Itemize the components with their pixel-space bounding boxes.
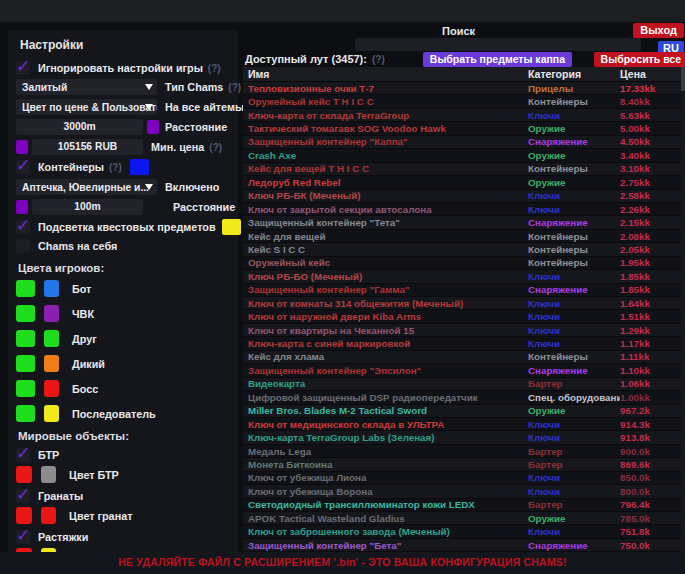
item-price: 5.63kk: [620, 110, 675, 121]
table-row[interactable]: Кейс для вещей Контейнеры 2.08kk: [243, 230, 685, 243]
bot-color1-swatch[interactable]: [16, 280, 35, 297]
tripwires-checkbox[interactable]: [16, 530, 30, 544]
column-header-price[interactable]: Цена: [620, 68, 675, 80]
bot-color2-swatch[interactable]: [44, 280, 59, 297]
color-mode-select[interactable]: Цвет по цене & Пользователь: [16, 99, 157, 115]
table-row[interactable]: Ключ от медицинского склада в УЛЬТРА Клю…: [243, 418, 685, 431]
item-price: 2.08kk: [620, 231, 675, 242]
item-category: Снаряжение: [528, 284, 620, 295]
quest-highlight-row: Подсветка квестовых предметов: [16, 219, 230, 235]
follower-color1-swatch[interactable]: [16, 405, 35, 422]
table-row[interactable]: Ключ от квартиры на Чеканной 15 Ключи 1.…: [243, 324, 685, 337]
table-row[interactable]: Оружейный кейс Контейнеры 1.95kk: [243, 257, 685, 270]
table-row[interactable]: Защищенный контейнер "Каппа" Снаряжение …: [243, 136, 685, 149]
chams-self-checkbox[interactable]: [16, 239, 30, 253]
ignore-game-settings-checkbox[interactable]: [16, 61, 30, 75]
table-row[interactable]: Цифровой защищенный DSP радиопередатчик …: [243, 391, 685, 404]
item-name: Защищенный контейнер "Бета": [243, 540, 528, 551]
pmc-color2-swatch[interactable]: [44, 305, 59, 322]
pmc-color1-swatch[interactable]: [16, 305, 35, 322]
item-name: Защищенный контейнер "Эпсилон": [243, 365, 528, 376]
table-row[interactable]: Ключ от убежища Лиона Ключи 850.0k: [243, 472, 685, 485]
settings-panel: Настройки Игнорировать настройки игры (?…: [8, 30, 238, 552]
table-row[interactable]: Ключ-карта TerraGroup Labs (Зеленая) Клю…: [243, 431, 685, 444]
boss-color2-swatch[interactable]: [44, 380, 59, 397]
search-input[interactable]: [355, 38, 641, 51]
friend-color2-swatch[interactable]: [44, 330, 59, 347]
search-label: Поиск: [442, 25, 475, 37]
quest-highlight-color-swatch[interactable]: [222, 219, 241, 235]
table-row[interactable]: Защищенный контейнер "Тета" Снаряжение 2…: [243, 216, 685, 229]
table-row[interactable]: Защищенный контейнер "Гамма" Снаряжение …: [243, 284, 685, 297]
table-row[interactable]: Тактический томагавк SOG Voodoo Hawk Ору…: [243, 122, 685, 135]
table-row[interactable]: Ключ от комнаты 314 общежития (Меченый) …: [243, 297, 685, 310]
grenades-checkbox[interactable]: [16, 489, 30, 503]
table-row[interactable]: Ключ от заброшенного завода (Меченый) Кл…: [243, 525, 685, 538]
table-row[interactable]: Ледоруб Red Rebel Оружие 2.75kk: [243, 176, 685, 189]
scav-color1-swatch[interactable]: [16, 355, 35, 372]
containers-checkbox[interactable]: [16, 160, 30, 174]
player-color-row-bot: Бот: [16, 280, 230, 297]
scrollbar-thumb[interactable]: [681, 67, 685, 91]
table-row[interactable]: Видеокарта Бартер 1.06kk: [243, 378, 685, 391]
grenade-color2-swatch[interactable]: [41, 507, 56, 524]
item-category: Оружие: [528, 405, 620, 416]
table-row[interactable]: Ключ-карта с синей маркировкой Ключи 1.1…: [243, 337, 685, 350]
table-row[interactable]: Ключ РБ-БК (Меченый) Ключи 2.58kk: [243, 190, 685, 203]
boss-label: Босс: [72, 383, 98, 395]
table-row[interactable]: Кейс S I C C Контейнеры 2.05kk: [243, 243, 685, 256]
quest-highlight-checkbox[interactable]: [16, 220, 30, 234]
btr-checkbox[interactable]: [16, 448, 30, 462]
select-kappa-items-button[interactable]: Выбрать предметы каппа: [423, 52, 572, 67]
grenade-color1-swatch[interactable]: [16, 507, 32, 524]
table-row[interactable]: Защищенный контейнер "Бета" Снаряжение 7…: [243, 539, 685, 552]
category-filter-select[interactable]: Аптечка, Ювелирные и...: [16, 179, 157, 195]
chams-type-select[interactable]: Залитый: [16, 79, 157, 95]
column-header-name[interactable]: Имя: [243, 68, 528, 80]
table-row[interactable]: Ключ от наружной двери Kiba Arms Ключи 1…: [243, 310, 685, 323]
table-scrollbar[interactable]: [681, 67, 685, 552]
boss-color1-swatch[interactable]: [16, 380, 35, 397]
distance-input[interactable]: 3000m: [16, 119, 143, 135]
containers-color-swatch[interactable]: [130, 159, 149, 175]
item-name: Ледоруб Red Rebel: [243, 177, 528, 188]
btr-color1-swatch[interactable]: [16, 466, 32, 483]
min-price-color-swatch[interactable]: [16, 140, 28, 154]
column-header-category[interactable]: Категория: [528, 68, 620, 80]
friend-color1-swatch[interactable]: [16, 330, 35, 347]
btr-color2-swatch[interactable]: [41, 466, 56, 483]
table-row[interactable]: Оружейный кейс T H I C C Контейнеры 8.40…: [243, 95, 685, 108]
follower-color2-swatch[interactable]: [44, 405, 59, 422]
item-name: Ключ от медицинского склада в УЛЬТРА: [243, 419, 528, 430]
scav-color2-swatch[interactable]: [44, 355, 59, 372]
item-price: 751.8k: [620, 526, 675, 537]
bot-label: Бот: [72, 283, 91, 295]
table-row[interactable]: APOK Tactical Wasteland Gladius Оружие 7…: [243, 512, 685, 525]
min-price-input[interactable]: 105156 RUB: [32, 139, 143, 155]
chams-type-row: Залитый Тип Chams (?): [16, 79, 230, 95]
item-category: Ключи: [528, 204, 620, 215]
table-row[interactable]: Crash Axe Оружие 3.40kk: [243, 149, 685, 162]
table-row[interactable]: Ключ-карта от склада TerraGroup Ключи 5.…: [243, 109, 685, 122]
loot-table: Имя Категория Цена Тепловизионные очки Т…: [243, 67, 685, 552]
table-row[interactable]: Кейс для хлама Контейнеры 1.11kk: [243, 351, 685, 364]
table-row[interactable]: Ключ от убежища Ворона Ключи 800.0k: [243, 485, 685, 498]
distance2-input[interactable]: 100m: [32, 199, 143, 215]
table-row[interactable]: Медаль Lega Бартер 900.0k: [243, 445, 685, 458]
help-icon: (?): [228, 82, 241, 93]
table-row[interactable]: Защищенный контейнер "Эпсилон" Снаряжени…: [243, 364, 685, 377]
item-price: 8.40kk: [620, 96, 675, 107]
distance2-color-swatch[interactable]: [16, 200, 28, 214]
item-price: 1.51kk: [620, 311, 675, 322]
table-row[interactable]: Miller Bros. Blades M-2 Tactical Sword О…: [243, 405, 685, 418]
table-row[interactable]: Ключ от закрытой секции автосалона Ключи…: [243, 203, 685, 216]
table-row[interactable]: Кейс для вещей T H I C C Контейнеры 3.10…: [243, 163, 685, 176]
drop-all-button[interactable]: Выбросить все: [594, 52, 685, 67]
item-category: Ключи: [528, 486, 620, 497]
table-row[interactable]: Монета Биткоина Бартер 869.6k: [243, 458, 685, 471]
table-row[interactable]: Тепловизионные очки Т-7 Прицелы 17.33kk: [243, 82, 685, 95]
table-row[interactable]: Светодиодный трансиллюминатор кожи LEDX …: [243, 499, 685, 512]
exit-button[interactable]: Выход: [633, 23, 684, 38]
table-row[interactable]: Ключ РБ-БО (Меченый) Ключи 1.85kk: [243, 270, 685, 283]
distance-color-swatch[interactable]: [147, 120, 159, 134]
